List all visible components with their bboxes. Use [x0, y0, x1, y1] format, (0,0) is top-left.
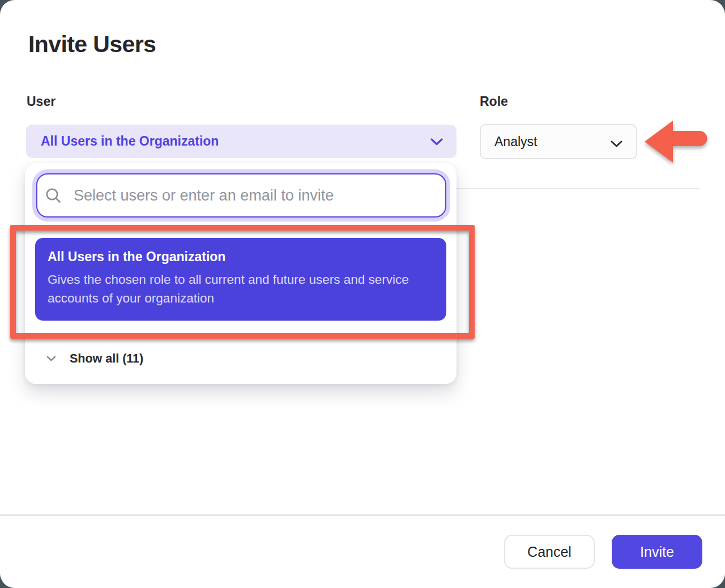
option-description: Gives the chosen role to all current and…: [48, 270, 437, 308]
chevron-down-icon: [611, 139, 622, 150]
footer-divider: [0, 514, 725, 516]
user-select-value: All Users in the Organization: [41, 134, 219, 149]
show-all-button[interactable]: Show all (11): [35, 348, 143, 369]
role-select[interactable]: Analyst: [480, 124, 637, 159]
user-search-input[interactable]: [36, 173, 446, 218]
user-select-trigger[interactable]: All Users in the Organization: [26, 125, 457, 158]
cancel-button[interactable]: Cancel: [504, 535, 595, 569]
show-all-label: Show all (11): [70, 352, 143, 366]
role-field-label: Role: [480, 94, 508, 109]
chevron-down-icon: [46, 353, 56, 364]
page-title: Invite Users: [28, 31, 156, 58]
chevron-down-icon: [430, 138, 443, 148]
role-select-value: Analyst: [494, 134, 537, 150]
user-field-label: User: [27, 94, 56, 109]
option-title: All Users in the Organization: [48, 249, 434, 265]
invite-users-modal: Invite Users User Role All Users in the …: [0, 0, 725, 588]
option-all-users[interactable]: All Users in the Organization Gives the …: [35, 238, 446, 321]
annotation-left-arrow-icon: [643, 119, 709, 167]
invite-button[interactable]: Invite: [612, 535, 702, 569]
